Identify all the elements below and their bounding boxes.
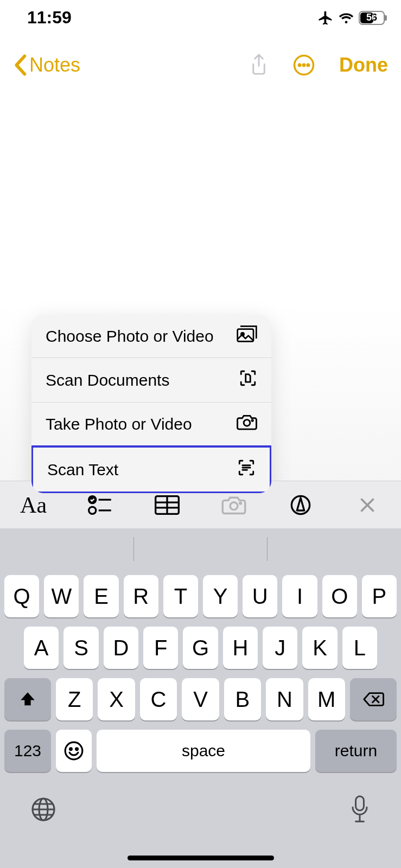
shift-icon (18, 690, 37, 709)
key-r[interactable]: R (124, 575, 158, 617)
markup-button[interactable] (284, 494, 317, 516)
close-icon (358, 495, 377, 515)
key-t[interactable]: T (163, 575, 198, 617)
backspace-icon (362, 691, 384, 707)
key-i[interactable]: I (282, 575, 317, 617)
key-l[interactable]: L (342, 627, 377, 669)
microphone-icon (349, 795, 371, 824)
numeric-key[interactable]: 123 (4, 730, 51, 772)
share-button[interactable] (249, 53, 269, 77)
key-x[interactable]: X (98, 678, 135, 720)
svg-point-1 (298, 64, 301, 66)
key-w[interactable]: W (44, 575, 79, 617)
key-row-4: 123 space return (4, 730, 397, 772)
emoji-key[interactable] (56, 730, 92, 772)
key-q[interactable]: Q (4, 575, 39, 617)
emoji-icon (63, 741, 84, 761)
back-button[interactable]: Notes (13, 54, 80, 76)
key-b[interactable]: B (224, 678, 261, 720)
markup-icon (290, 494, 311, 516)
camera-icon (221, 495, 246, 515)
key-row-2: A S D F G H J K L (4, 627, 397, 669)
checklist-icon (88, 494, 113, 516)
svg-point-2 (303, 64, 305, 66)
key-z[interactable]: Z (56, 678, 93, 720)
menu-item-label: Scan Text (47, 461, 118, 479)
keyboard-bottom-row (4, 781, 397, 831)
key-j[interactable]: J (263, 627, 297, 669)
airplane-mode-icon (317, 10, 334, 26)
globe-icon (30, 796, 56, 822)
key-m[interactable]: M (308, 678, 345, 720)
home-indicator[interactable] (128, 856, 274, 860)
table-button[interactable] (151, 495, 183, 515)
menu-item-label: Scan Documents (46, 371, 169, 390)
camera-attachment-button[interactable] (218, 495, 250, 515)
predictive-text-bar (0, 528, 401, 570)
suggestion-slot[interactable] (268, 528, 401, 570)
svg-point-15 (70, 748, 72, 750)
key-d[interactable]: D (104, 627, 138, 669)
key-e[interactable]: E (84, 575, 118, 617)
key-y[interactable]: Y (203, 575, 238, 617)
chevron-left-icon (13, 54, 27, 76)
key-o[interactable]: O (322, 575, 357, 617)
menu-item-label: Take Photo or Video (46, 415, 192, 433)
svg-point-3 (307, 64, 309, 66)
globe-key[interactable] (30, 796, 56, 825)
camera-icon (237, 413, 257, 435)
dictation-key[interactable] (349, 795, 371, 826)
menu-item-scan-documents[interactable]: Scan Documents (31, 358, 271, 403)
key-n[interactable]: N (266, 678, 303, 720)
svg-point-14 (65, 742, 82, 760)
suggestion-slot[interactable] (0, 528, 133, 570)
checklist-button[interactable] (84, 494, 117, 516)
keyboard: Q W E R T Y U I O P A S D F G H J K L Z … (0, 570, 401, 868)
shift-key[interactable] (4, 678, 51, 720)
close-toolbar-button[interactable] (351, 495, 384, 515)
suggestion-slot[interactable] (134, 528, 268, 570)
gallery-icon (237, 326, 257, 347)
wifi-icon (338, 11, 354, 24)
return-key[interactable]: return (315, 730, 397, 772)
scan-text-icon (237, 458, 256, 481)
key-p[interactable]: P (362, 575, 397, 617)
key-f[interactable]: F (143, 627, 178, 669)
more-button[interactable] (292, 54, 315, 76)
status-bar: 11:59 56 (0, 0, 401, 35)
key-v[interactable]: V (182, 678, 219, 720)
done-button[interactable]: Done (339, 54, 388, 76)
text-format-button[interactable]: Aa (17, 492, 50, 518)
svg-rect-19 (356, 796, 364, 810)
status-indicators: 56 (317, 10, 385, 26)
attachment-menu: Choose Photo or Video Scan Documents Tak… (31, 315, 271, 493)
svg-point-9 (88, 507, 96, 514)
menu-item-label: Choose Photo or Video (46, 327, 214, 346)
svg-point-11 (230, 502, 238, 509)
svg-rect-4 (238, 329, 253, 342)
menu-item-take-photo[interactable]: Take Photo or Video (31, 403, 271, 446)
key-h[interactable]: H (223, 627, 258, 669)
space-key[interactable]: space (97, 730, 310, 772)
key-k[interactable]: K (302, 627, 337, 669)
menu-item-scan-text[interactable]: Scan Text (31, 445, 271, 493)
svg-point-7 (252, 420, 253, 421)
aa-icon: Aa (20, 492, 47, 518)
key-g[interactable]: G (183, 627, 218, 669)
key-c[interactable]: C (140, 678, 177, 720)
ellipsis-circle-icon (292, 54, 315, 76)
battery-icon: 56 (359, 11, 385, 25)
key-s[interactable]: S (63, 627, 98, 669)
scan-doc-icon (239, 369, 257, 391)
svg-point-12 (240, 502, 241, 504)
status-time: 11:59 (27, 8, 72, 28)
battery-level: 56 (360, 12, 384, 23)
svg-point-16 (76, 748, 78, 750)
key-u[interactable]: U (243, 575, 277, 617)
share-icon (249, 53, 269, 77)
key-row-1: Q W E R T Y U I O P (4, 575, 397, 617)
menu-item-choose-photo[interactable]: Choose Photo or Video (31, 315, 271, 358)
navigation-bar: Notes Done (0, 46, 401, 84)
key-a[interactable]: A (24, 627, 59, 669)
backspace-key[interactable] (350, 678, 397, 720)
